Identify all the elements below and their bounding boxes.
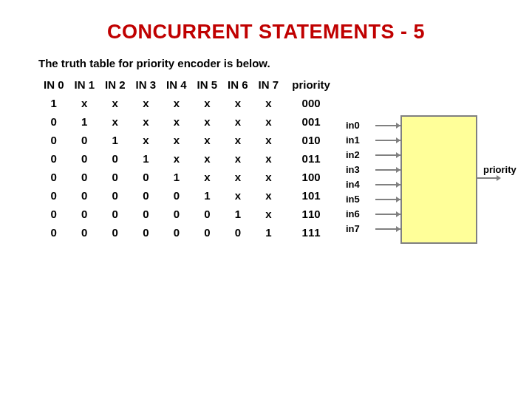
col-header: IN 6 [222, 75, 253, 94]
cell: 0 [192, 205, 223, 223]
cell: 0 [131, 186, 162, 205]
subtitle: The truth table for priority encoder is … [38, 57, 532, 69]
cell: x [222, 131, 253, 149]
input-label: in1 [346, 134, 360, 146]
cell: x [253, 131, 284, 149]
page-title: CONCURRENT STATEMENTS - 5 [0, 21, 532, 44]
cell: x [253, 205, 284, 223]
col-header: IN 1 [69, 75, 100, 94]
cell: x [192, 168, 223, 186]
cell: x [253, 168, 284, 186]
table-row: 00001xxx100 [38, 168, 338, 186]
cell: 0 [38, 186, 69, 205]
cell: 0 [38, 223, 69, 242]
cell: 1 [100, 131, 131, 149]
cell: 1 [192, 186, 223, 205]
col-header-priority: priority [284, 75, 338, 94]
arrow-right-icon [396, 182, 400, 188]
cell: 1 [222, 205, 253, 223]
arrow-right-icon [396, 226, 400, 232]
output-line [476, 177, 497, 179]
cell: 1 [253, 223, 284, 242]
input-label: in0 [346, 120, 360, 131]
cell: 0 [131, 168, 162, 186]
output-label: priority [483, 164, 516, 175]
cell: 0 [161, 205, 192, 223]
cell: x [161, 131, 192, 149]
cell: 0 [69, 149, 100, 168]
cell: x [192, 131, 223, 149]
cell: 1 [38, 94, 69, 112]
arrow-right-icon [396, 152, 400, 158]
cell: 0 [192, 223, 223, 242]
table-row: 001xxxxx010 [38, 131, 338, 149]
cell: 0 [161, 186, 192, 205]
cell: 0 [131, 205, 162, 223]
cell: x [161, 94, 192, 112]
arrow-right-icon [396, 167, 400, 173]
table-row: 1xxxxxxx000 [38, 94, 338, 112]
arrow-right-icon [396, 211, 400, 217]
cell: x [131, 94, 162, 112]
cell: x [222, 168, 253, 186]
cell: x [100, 112, 131, 131]
cell: x [253, 112, 284, 131]
col-header: IN 7 [253, 75, 284, 94]
cell: x [253, 94, 284, 112]
cell: 0 [69, 205, 100, 223]
cell: 0 [38, 131, 69, 149]
cell: 0 [100, 168, 131, 186]
input-label: in2 [346, 149, 360, 160]
arrow-right-icon [396, 137, 400, 143]
cell: x [253, 186, 284, 205]
cell: x [222, 112, 253, 131]
cell: 0 [69, 131, 100, 149]
input-label: in7 [346, 223, 360, 234]
col-header: IN 2 [100, 75, 131, 94]
cell: x [222, 94, 253, 112]
cell: 0 [222, 223, 253, 242]
table-row: 000001xx101 [38, 186, 338, 205]
cell: x [192, 94, 223, 112]
input-label: in5 [346, 194, 360, 205]
cell: x [161, 112, 192, 131]
cell: 0 [161, 223, 192, 242]
cell-priority: 100 [284, 168, 338, 186]
cell: 0 [131, 223, 162, 242]
cell-priority: 010 [284, 131, 338, 149]
cell: 0 [69, 168, 100, 186]
cell: 0 [100, 223, 131, 242]
cell: 0 [100, 205, 131, 223]
cell-priority: 000 [284, 94, 338, 112]
col-header: IN 4 [161, 75, 192, 94]
cell: x [222, 149, 253, 168]
arrow-right-icon [497, 175, 501, 181]
col-header: IN 5 [192, 75, 223, 94]
cell: x [161, 149, 192, 168]
cell: x [192, 149, 223, 168]
cell: x [69, 94, 100, 112]
cell-priority: 111 [284, 223, 338, 242]
cell: 1 [131, 149, 162, 168]
cell: 0 [38, 205, 69, 223]
cell: x [131, 112, 162, 131]
table-row: 01xxxxxx001 [38, 112, 338, 131]
cell: 0 [100, 149, 131, 168]
col-header: IN 0 [38, 75, 69, 94]
encoder-box [400, 115, 477, 244]
table-row: 0000001x110 [38, 205, 338, 223]
table-row: 0001xxxx011 [38, 149, 338, 168]
arrow-right-icon [396, 123, 400, 129]
cell: 0 [38, 168, 69, 186]
encoder-diagram: in0in1in2in3in4in5in6in7 priority [346, 111, 516, 259]
arrow-right-icon [396, 197, 400, 202]
cell: x [192, 112, 223, 131]
cell: 0 [69, 223, 100, 242]
cell-priority: 110 [284, 205, 338, 223]
cell: x [131, 131, 162, 149]
input-label: in3 [346, 164, 360, 175]
truth-table: IN 0 IN 1 IN 2 IN 3 IN 4 IN 5 IN 6 IN 7 … [38, 75, 338, 242]
cell: 1 [69, 112, 100, 131]
input-label: in4 [346, 179, 360, 190]
cell: x [222, 186, 253, 205]
